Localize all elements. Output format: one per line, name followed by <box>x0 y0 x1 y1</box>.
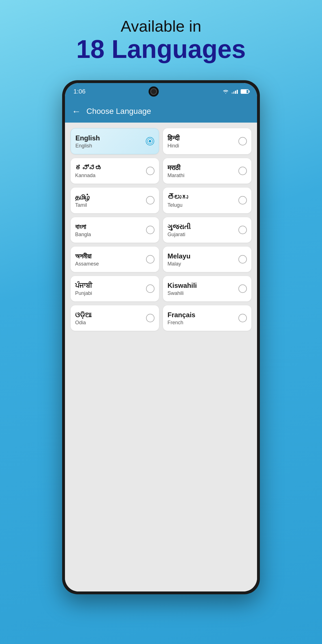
language-list-content: EnglishEnglishहिन्दीHindiಕನ್ನಡKannadaमरा… <box>65 123 257 591</box>
language-text-french: FrançaisFrench <box>167 310 195 326</box>
language-text-kannada: ಕನ್ನಡKannada <box>75 163 102 179</box>
language-text-gujarati: ગુજરાતીGujarati <box>167 222 191 238</box>
language-english-gujarati: Gujarati <box>167 232 191 238</box>
language-card-gujarati[interactable]: ગુજરાતીGujarati <box>163 217 251 243</box>
language-text-tamil: தமிழ்Tamil <box>75 193 90 208</box>
language-text-english: EnglishEnglish <box>75 134 100 149</box>
language-card-bangla[interactable]: বাংলাBangla <box>71 217 159 243</box>
language-native-french: Français <box>167 310 195 319</box>
language-card-telugu[interactable]: తెలుగుTelugu <box>163 188 251 213</box>
language-english-english: English <box>75 143 100 149</box>
language-native-kannada: ಕನ್ನಡ <box>75 163 102 172</box>
phone-frame: 1:06 <box>62 80 260 594</box>
language-english-tamil: Tamil <box>75 202 90 208</box>
radio-button-assamese[interactable] <box>146 255 155 264</box>
language-card-swahili[interactable]: KiswahiliSwahili <box>163 276 251 301</box>
language-card-assamese[interactable]: অসমীয়াAssamese <box>71 247 159 272</box>
language-native-assamese: অসমীয়া <box>75 252 99 260</box>
radio-button-gujarati[interactable] <box>238 226 247 234</box>
language-english-punjabi: Punjabi <box>75 290 92 296</box>
language-card-marathi[interactable]: मराठीMarathi <box>163 158 251 184</box>
status-bar: 1:06 <box>65 83 257 100</box>
radio-button-english[interactable] <box>146 137 154 145</box>
language-text-bangla: বাংলাBangla <box>75 222 91 238</box>
back-button[interactable]: ← <box>72 106 81 117</box>
language-english-assamese: Assamese <box>75 261 99 267</box>
language-native-gujarati: ગુજરાતી <box>167 222 191 231</box>
app-bar: ← Choose Language <box>65 100 257 123</box>
language-native-bangla: বাংলা <box>75 222 91 231</box>
language-card-odia[interactable]: ଓଡ଼ିଆOdia <box>71 305 159 331</box>
camera-icon <box>149 86 159 97</box>
language-text-malay: MelayuMalay <box>167 252 190 267</box>
language-card-french[interactable]: FrançaisFrench <box>163 305 251 331</box>
language-card-malay[interactable]: MelayuMalay <box>163 247 251 272</box>
radio-button-punjabi[interactable] <box>146 284 155 293</box>
radio-button-marathi[interactable] <box>238 167 247 175</box>
language-native-english: English <box>75 134 100 142</box>
language-english-swahili: Swahili <box>167 290 197 296</box>
radio-button-telugu[interactable] <box>238 196 247 204</box>
available-in-text: Available in <box>76 17 246 35</box>
language-text-marathi: मराठीMarathi <box>167 163 184 179</box>
language-english-hindi: Hindi <box>167 143 179 149</box>
app-bar-title: Choose Language <box>86 107 151 116</box>
language-card-kannada[interactable]: ಕನ್ನಡKannada <box>71 158 159 184</box>
language-native-malay: Melayu <box>167 252 190 260</box>
phone-inner: 1:06 <box>65 83 257 591</box>
radio-button-hindi[interactable] <box>238 137 247 145</box>
language-english-french: French <box>167 320 195 326</box>
language-text-odia: ଓଡ଼ିଆOdia <box>75 310 92 326</box>
language-card-hindi[interactable]: हिन्दीHindi <box>163 128 251 154</box>
status-icons <box>222 89 249 94</box>
radio-button-bangla[interactable] <box>146 226 155 234</box>
language-card-punjabi[interactable]: ਪੰਜਾਬੀPunjabi <box>71 276 159 301</box>
radio-dot-english <box>148 139 152 143</box>
radio-button-odia[interactable] <box>146 314 155 322</box>
language-english-odia: Odia <box>75 320 92 326</box>
language-english-telugu: Telugu <box>167 202 188 208</box>
wifi-icon <box>222 89 229 94</box>
language-english-marathi: Marathi <box>167 173 184 179</box>
language-english-kannada: Kannada <box>75 173 102 179</box>
radio-button-malay[interactable] <box>238 255 247 264</box>
header-section: Available in 18 Languages <box>76 17 246 63</box>
language-text-hindi: हिन्दीHindi <box>167 134 179 149</box>
radio-button-tamil[interactable] <box>146 196 155 204</box>
languages-count-text: 18 Languages <box>76 35 246 63</box>
radio-button-swahili[interactable] <box>238 284 247 293</box>
language-text-assamese: অসমীয়াAssamese <box>75 252 99 267</box>
language-native-tamil: தமிழ் <box>75 193 90 201</box>
language-native-telugu: తెలుగు <box>167 193 188 201</box>
language-native-punjabi: ਪੰਜਾਬੀ <box>75 281 92 290</box>
radio-button-kannada[interactable] <box>146 167 155 175</box>
language-native-hindi: हिन्दी <box>167 134 179 142</box>
language-text-swahili: KiswahiliSwahili <box>167 281 197 296</box>
language-native-swahili: Kiswahili <box>167 281 197 290</box>
language-english-malay: Malay <box>167 261 190 267</box>
language-text-telugu: తెలుగుTelugu <box>167 193 188 208</box>
language-native-odia: ଓଡ଼ିଆ <box>75 310 92 319</box>
language-card-tamil[interactable]: தமிழ்Tamil <box>71 188 159 213</box>
language-card-english[interactable]: EnglishEnglish <box>71 128 159 154</box>
status-time: 1:06 <box>73 88 86 95</box>
language-text-punjabi: ਪੰਜਾਬੀPunjabi <box>75 281 92 296</box>
radio-button-french[interactable] <box>238 314 247 322</box>
language-english-bangla: Bangla <box>75 232 91 238</box>
language-native-marathi: मराठी <box>167 163 184 172</box>
battery-icon <box>241 89 249 94</box>
language-grid: EnglishEnglishहिन्दीHindiಕನ್ನಡKannadaमरा… <box>71 128 251 331</box>
signal-icon <box>232 89 238 94</box>
